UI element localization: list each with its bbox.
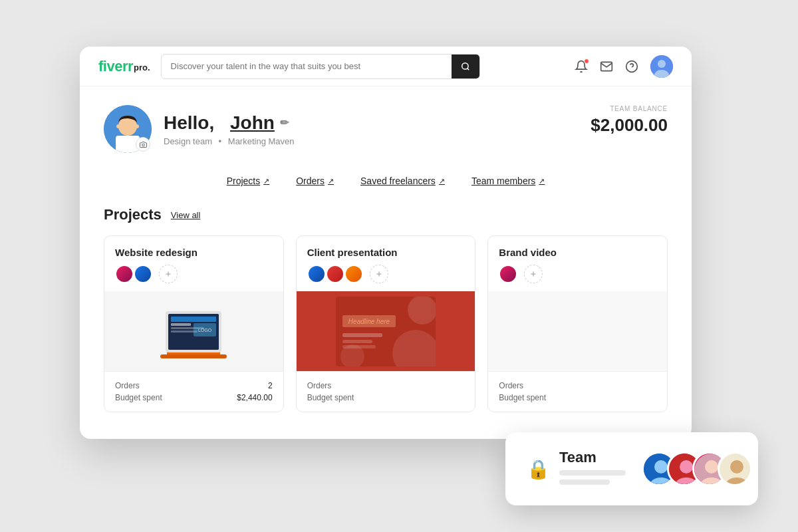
svg-line-1 <box>467 68 469 70</box>
logo-text: fiverr <box>98 58 133 75</box>
svg-rect-20 <box>171 317 216 322</box>
budget-label-2: Budget spent <box>307 393 354 402</box>
svg-point-0 <box>462 63 467 68</box>
tab-orders-label: Orders <box>296 176 325 186</box>
member-avatar-1b <box>134 265 152 283</box>
team-popup-title: Team <box>559 449 626 466</box>
profile-info: Hello, John ✏ Design team • Marketing Ma… <box>164 112 295 146</box>
svg-point-40 <box>654 460 668 473</box>
logo-pro: pro. <box>134 63 150 72</box>
project-title-1: Website redesign <box>115 247 198 258</box>
add-member-button-1[interactable] <box>159 265 178 283</box>
lock-icon: 🔒 <box>527 458 550 480</box>
main-card: fiverr pro. <box>80 47 692 439</box>
orders-value-1: 2 <box>268 381 273 390</box>
projects-grid: Website redesign <box>104 235 668 412</box>
tab-team-members[interactable]: Team members ↗ <box>458 172 558 190</box>
project-thumbnail-3 <box>488 291 667 371</box>
nav-icons <box>575 55 673 78</box>
svg-point-49 <box>730 460 743 473</box>
profile-team: Design team <box>164 136 212 146</box>
project-stat-budget-3: Budget spent <box>499 393 656 402</box>
project-card-website-redesign[interactable]: Website redesign <box>104 235 284 412</box>
tab-saved-freelancers-arrow: ↗ <box>439 177 445 186</box>
tab-team-members-arrow: ↗ <box>539 177 545 186</box>
project-card-top-2: Client presentation <box>297 236 475 291</box>
navbar: fiverr pro. <box>80 47 692 86</box>
member-avatar-2b <box>326 265 344 283</box>
member-avatar-3a <box>499 265 517 283</box>
project-members-2 <box>307 265 398 283</box>
project-stat-orders-2: Orders <box>307 381 465 390</box>
svg-rect-34 <box>342 333 382 337</box>
svg-point-10 <box>116 124 120 128</box>
search-button[interactable] <box>452 54 479 79</box>
svg-text:LOGO: LOGO <box>198 328 212 332</box>
project-card-bottom-3: Orders Budget spent <box>488 371 667 412</box>
desc-line-2 <box>559 479 610 485</box>
project-card-bottom-2: Orders Budget spent <box>297 371 475 412</box>
svg-rect-36 <box>342 345 376 348</box>
add-member-button-3[interactable] <box>524 265 543 283</box>
project-stat-orders-3: Orders <box>499 381 656 390</box>
tab-orders[interactable]: Orders ↗ <box>283 172 347 190</box>
member-avatar-1a <box>115 265 134 283</box>
project-stat-budget-2: Budget spent <box>307 393 465 402</box>
tab-team-members-label: Team members <box>471 176 535 186</box>
tab-projects-label: Projects <box>227 176 261 186</box>
project-title-3: Brand video <box>499 247 557 258</box>
search-input[interactable] <box>162 61 452 71</box>
project-stat-budget-1: Budget spent $2,440.00 <box>115 393 273 402</box>
add-member-button-2[interactable] <box>370 265 388 283</box>
tab-saved-freelancers[interactable]: Saved freelancers ↗ <box>347 172 458 190</box>
profile-greeting: Hello, John ✏ <box>164 112 295 134</box>
section-header: Projects View all <box>104 206 668 223</box>
svg-point-12 <box>142 144 144 146</box>
team-member-avatar-4 <box>718 452 752 486</box>
camera-badge[interactable] <box>136 137 150 152</box>
project-members-1 <box>115 265 198 283</box>
team-balance-amount: $2,000.00 <box>591 115 668 136</box>
project-card-top-1: Website redesign <box>104 236 283 291</box>
svg-point-46 <box>705 460 718 473</box>
team-popup-info: Team <box>559 449 626 489</box>
project-card-client-presentation[interactable]: Client presentation <box>296 235 476 412</box>
help-button[interactable] <box>625 60 638 73</box>
view-all-button[interactable]: View all <box>171 210 201 220</box>
member-avatar-2a <box>307 265 326 283</box>
section-title: Projects <box>104 206 162 223</box>
orders-label-3: Orders <box>499 381 523 390</box>
tab-orders-arrow: ↗ <box>328 177 334 186</box>
notifications-button[interactable] <box>575 60 588 73</box>
svg-text:Headline here: Headline here <box>348 318 390 325</box>
member-avatar-2c <box>344 265 363 283</box>
budget-value-1: $2,440.00 <box>237 393 272 402</box>
project-card-top-3: Brand video <box>488 236 667 291</box>
team-balance: TEAM BALANCE $2,000.00 <box>591 105 668 136</box>
team-popup-left: 🔒 Team <box>527 449 626 489</box>
profile-meta: Design team • Marketing Maven <box>164 136 295 146</box>
svg-rect-21 <box>171 323 191 326</box>
svg-point-5 <box>658 60 666 68</box>
greeting-text: Hello, <box>164 112 214 134</box>
edit-profile-icon[interactable]: ✏ <box>280 116 289 129</box>
project-title-2: Client presentation <box>307 247 398 258</box>
user-avatar-nav[interactable] <box>650 55 673 78</box>
project-card-brand-video[interactable]: Brand video <box>487 235 668 412</box>
svg-point-11 <box>135 124 139 128</box>
profile-avatar-wrapper <box>104 105 152 153</box>
project-card-bottom-1: Orders 2 Budget spent $2,440.00 <box>104 371 283 412</box>
main-content: Hello, John ✏ Design team • Marketing Ma… <box>80 86 692 431</box>
tab-projects-arrow: ↗ <box>263 177 269 186</box>
svg-point-43 <box>680 460 693 473</box>
team-popup-right <box>642 452 752 486</box>
profile-section: Hello, John ✏ Design team • Marketing Ma… <box>104 105 668 153</box>
desc-line-1 <box>559 470 626 475</box>
logo: fiverr pro. <box>98 58 150 75</box>
project-members-3 <box>499 265 557 283</box>
search-bar[interactable] <box>161 54 480 79</box>
tab-projects[interactable]: Projects ↗ <box>213 172 283 190</box>
project-stat-orders-1: Orders 2 <box>115 381 273 390</box>
messages-button[interactable] <box>600 60 613 73</box>
profile-role: Marketing Maven <box>228 136 295 146</box>
